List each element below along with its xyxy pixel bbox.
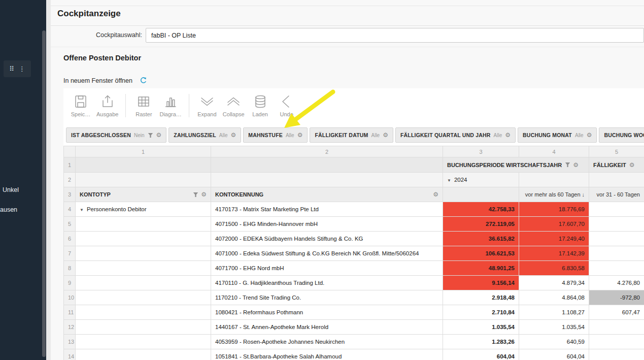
gear-icon[interactable]: ⚙ [573, 162, 579, 168]
toolbar-collapse-button[interactable]: Collapse [220, 92, 247, 119]
funnel-icon[interactable] [148, 133, 153, 138]
sidebar-module-button[interactable]: ⠿ ⋮ [4, 60, 31, 77]
kontotyp-cell[interactable] [76, 232, 211, 246]
account-cell[interactable]: 1170210 - Trend Site Trading Co. [211, 290, 443, 305]
account-cell[interactable]: 4053959 - Rosen-Apotheke Johannes Neukir… [211, 335, 443, 349]
value-cell-over-60[interactable]: 17.607,70 [519, 217, 589, 232]
gear-icon[interactable]: ⚙ [156, 132, 162, 138]
value-cell-31-60[interactable] [589, 246, 644, 261]
value-cell-31-60[interactable] [589, 349, 644, 360]
value-cell-31-60[interactable] [589, 232, 644, 246]
value-cell-total[interactable]: 42.758,33 [443, 202, 519, 217]
value-cell-31-60[interactable] [589, 320, 644, 335]
value-cell-total[interactable]: 2.710,84 [443, 305, 519, 320]
account-cell[interactable]: 4170173 - Matrix Star Marketing Pte Ltd [211, 202, 443, 217]
filter-chip-zahlungsziel[interactable]: ZAHLUNGSZIELAlle⚙ [168, 127, 241, 143]
kontotyp-cell[interactable] [76, 290, 211, 305]
toolbar-diagram-button[interactable]: Diagra… [157, 92, 184, 119]
year-node-2024[interactable]: ▼2024 [443, 173, 519, 187]
value-cell-total[interactable]: 48.901,25 [443, 261, 519, 276]
value-cell-total[interactable]: 272.119,05 [443, 217, 519, 232]
gear-icon[interactable]: ⚙ [433, 191, 438, 198]
gear-icon[interactable]: ⚙ [297, 132, 303, 138]
kontotyp-cell[interactable] [76, 261, 211, 276]
kontotyp-cell[interactable]: ▼Personenkonto Debitor [76, 202, 211, 217]
value-cell-31-60[interactable] [589, 202, 644, 217]
column-header-aging-60plus[interactable]: vor mehr als 60 Tagen↓ [519, 187, 589, 202]
value-cell-over-60[interactable]: 604,04 [519, 349, 589, 360]
value-cell-total[interactable]: 36.615,82 [443, 232, 519, 246]
column-header-kontokennung[interactable]: KONTOKENNUNG⚙ [211, 187, 443, 202]
account-cell[interactable]: 1080421 - Reformhaus Pothmann [211, 305, 443, 320]
value-cell-total[interactable]: 2.918,48 [443, 290, 519, 305]
refresh-icon[interactable] [140, 77, 147, 84]
toolbar-undo-button[interactable]: Undo [274, 92, 300, 119]
value-cell-31-60[interactable] [589, 261, 644, 276]
column-header-aging-31-60[interactable]: vor 31 - 60 Tagen [589, 187, 644, 202]
account-cell[interactable]: 4071000 - Edeka Südwest Stiftung & Co.KG… [211, 246, 443, 261]
gear-icon[interactable]: ⚙ [201, 191, 207, 198]
toolbar-output-button[interactable]: Ausgabe [94, 92, 121, 119]
value-cell-31-60[interactable] [589, 217, 644, 232]
gear-icon[interactable]: ⚙ [505, 132, 511, 138]
value-cell-over-60[interactable]: 1.035,54 [519, 320, 589, 335]
value-cell-over-60[interactable]: 640,59 [519, 335, 589, 349]
toolbar-save-button[interactable]: Speic… [67, 92, 94, 119]
filter-chip-mahnstufe[interactable]: MAHNSTUFEAlle⚙ [243, 127, 308, 143]
value-cell-over-60[interactable]: 6.830,58 [519, 261, 589, 276]
account-cell[interactable]: 4071700 - EHG Nord mbH [211, 261, 443, 276]
toolbar-raster-button[interactable]: Raster [130, 92, 157, 119]
filter-chip-buchung-monat[interactable]: BUCHUNG MONATAlle⚙ [518, 127, 597, 143]
collapse-triangle-icon[interactable]: ▼ [447, 178, 451, 183]
kontotyp-cell[interactable] [76, 320, 211, 335]
kontotyp-cell[interactable] [76, 335, 211, 349]
value-cell-31-60[interactable] [589, 335, 644, 349]
kontotyp-cell[interactable] [76, 305, 211, 320]
account-cell[interactable]: 1440167 - St. Annen-Apotheke Mark Herold [211, 320, 443, 335]
funnel-icon[interactable] [565, 162, 570, 168]
account-cell[interactable]: 4071500 - EHG Minden-Hannover mbH [211, 217, 443, 232]
kontotyp-cell[interactable] [76, 217, 211, 232]
value-cell-total[interactable]: 1.035,54 [443, 320, 519, 335]
value-cell-total[interactable]: 106.621,53 [443, 246, 519, 261]
filter-chip-faelligkeit-datum[interactable]: FÄLLIGKEIT DATUMAlle⚙ [310, 127, 393, 143]
value-cell-over-60[interactable]: 4.864,08 [519, 290, 589, 305]
toolbar-laden-button[interactable]: Laden [247, 92, 274, 119]
column-header-kontotyp[interactable]: KONTOTYP⚙ [76, 187, 211, 202]
gear-icon[interactable]: ⚙ [629, 162, 635, 168]
kontotyp-cell[interactable] [76, 349, 211, 360]
gear-icon[interactable]: ⚙ [230, 132, 236, 138]
cockpit-select-input[interactable] [146, 28, 644, 43]
value-cell-total[interactable]: 9.156,14 [443, 276, 519, 290]
account-cell[interactable]: 4072000 - EDEKA Südbayern Handels Stiftu… [211, 232, 443, 246]
sort-descending-icon[interactable]: ↓ [582, 191, 585, 198]
account-cell[interactable]: 1051841 - St.Barbara-Apotheke Salah Alha… [211, 349, 443, 360]
value-cell-over-60[interactable]: 18.776,69 [519, 202, 589, 217]
value-cell-over-60[interactable]: 17.142,39 [519, 246, 589, 261]
filter-chip-faelligkeit-quartal-und-jahr[interactable]: FÄLLIGKEIT QUARTAL UND JAHRAlle⚙ [395, 127, 516, 143]
sidebar-item-ausen[interactable]: ausen [0, 206, 17, 213]
value-cell-total[interactable]: 1.283,26 [443, 335, 519, 349]
sidebar-scrollbar[interactable] [42, 30, 46, 357]
value-cell-31-60[interactable]: -972,80 [589, 290, 644, 305]
filter-chip-ist-abgeschlossen[interactable]: IST ABGESCHLOSSENNein⚙ [66, 127, 166, 143]
value-cell-over-60[interactable]: 1.108,27 [519, 305, 589, 320]
value-cell-31-60[interactable]: 4.276,80 [589, 276, 644, 290]
gear-icon[interactable]: ⚙ [383, 132, 388, 138]
kontotyp-cell[interactable] [76, 276, 211, 290]
kebab-menu-icon[interactable]: ⋮ [19, 65, 25, 73]
group-header-buchungsperiode[interactable]: BUCHUNGSPERIODE WIRTSCHAFTSJAHR⚙ [443, 157, 589, 173]
filter-chip-buchung-woche[interactable]: BUCHUNG WOCHEAlle⚙ [599, 127, 644, 143]
value-cell-31-60[interactable]: 607,47 [589, 305, 644, 320]
group-header-faelligkeit[interactable]: FÄLLIGKEIT⚙ [589, 157, 644, 173]
value-cell-total[interactable]: 604,04 [443, 349, 519, 360]
value-cell-over-60[interactable]: 4.879,34 [519, 276, 589, 290]
toolbar-expand-button[interactable]: Expand [194, 92, 220, 119]
value-cell-over-60[interactable]: 17.249,40 [519, 232, 589, 246]
funnel-icon[interactable] [193, 192, 198, 198]
account-cell[interactable]: 4170110 - G. Hadjikleanthous Trading Ltd… [211, 276, 443, 290]
kontotyp-cell[interactable] [76, 246, 211, 261]
gear-icon[interactable]: ⚙ [587, 132, 592, 138]
open-in-new-window-link[interactable]: In neuem Fenster öffnen [63, 77, 132, 84]
sidebar-item-unkel[interactable]: Unkel [3, 186, 19, 193]
